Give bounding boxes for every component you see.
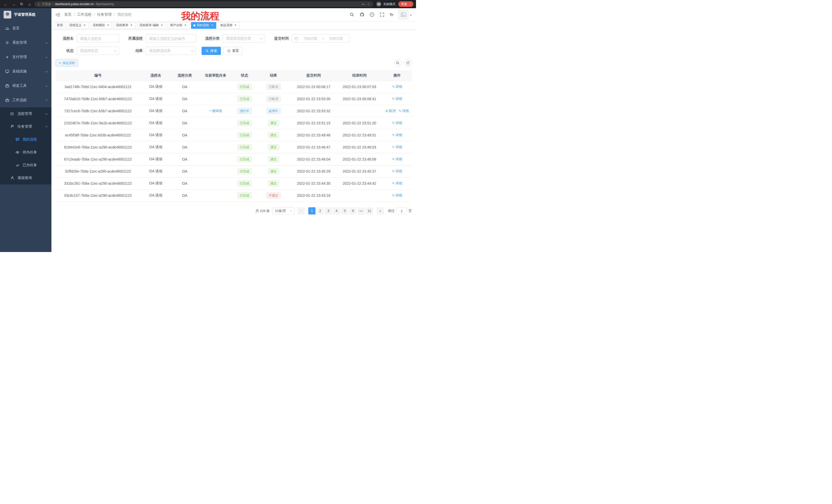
date-range-picker[interactable]: 开始日期 - 结束日期 (292, 34, 350, 43)
security-label[interactable]: 不安全 (42, 2, 51, 6)
address-bar[interactable]: 不安全 dashboard.yudao.iocoder.cn/bpm/task/… (34, 1, 373, 7)
tab-item-1[interactable]: 流程定义 (67, 22, 89, 29)
home-icon[interactable] (26, 1, 33, 7)
page-button-4[interactable]: 4 (333, 207, 340, 215)
status-select[interactable]: 请选择状态 (77, 47, 119, 55)
detail-link[interactable]: 详情 (392, 181, 402, 185)
cancel-link[interactable]: 取消 (385, 109, 395, 113)
detail-link[interactable]: 详情 (399, 109, 409, 113)
cell-current-task (198, 177, 233, 189)
detail-link[interactable]: 详情 (392, 157, 402, 161)
sidebar-item-label: 我的流程 (23, 137, 37, 142)
not-secure-warning-icon[interactable] (37, 2, 40, 6)
refresh-button[interactable] (404, 59, 412, 67)
tab-item-7[interactable]: 发起流程 (218, 22, 240, 29)
close-icon[interactable] (106, 24, 110, 27)
close-icon[interactable] (130, 24, 133, 27)
close-icon[interactable] (210, 24, 214, 27)
next-page-button[interactable] (377, 207, 384, 215)
sidebar-item-infrastructure[interactable]: 基础设施 (0, 64, 51, 79)
fullscreen-icon[interactable] (380, 12, 384, 17)
start-date-placeholder[interactable]: 开始日期 (300, 36, 321, 41)
current-task-link[interactable]: 一级审批 (209, 109, 223, 113)
pager-more[interactable]: ••• (358, 207, 365, 215)
sidebar-item-todo-tasks[interactable]: 待办任务 (0, 146, 51, 159)
search-button[interactable]: 搜索 (202, 47, 221, 55)
tab-item-5[interactable]: 用户分组 (167, 22, 189, 29)
detail-link[interactable]: 详情 (392, 133, 402, 137)
detail-link[interactable]: 详情 (392, 193, 402, 197)
breadcrumb-item[interactable]: 工作流程 (77, 12, 92, 17)
github-icon[interactable] (360, 12, 364, 17)
breadcrumb-item[interactable]: 首页 (64, 12, 72, 17)
close-icon[interactable] (234, 24, 237, 27)
help-icon[interactable]: ? (370, 12, 374, 17)
jump-page-input[interactable] (396, 207, 407, 215)
active-tab-dot (193, 24, 196, 26)
sidebar-item-my-process[interactable]: 我的流程 (0, 133, 51, 146)
detail-link[interactable]: 详情 (392, 169, 402, 173)
page-button-3[interactable]: 3 (325, 207, 332, 215)
sidebar-item-leave-query[interactable]: 请假查询 (0, 172, 51, 185)
cell-end-time: 2022-01-22 23:46:53 (337, 141, 382, 153)
page-button-6[interactable]: 6 (349, 207, 357, 215)
user-menu[interactable] (398, 10, 412, 20)
prev-page-button[interactable] (297, 207, 305, 215)
sidebar-item-home[interactable]: 首页 (0, 21, 51, 35)
breadcrumb-item[interactable]: 任务管理 (97, 12, 111, 17)
process-definition-input[interactable] (146, 34, 196, 43)
password-key-icon[interactable] (362, 3, 365, 6)
back-icon[interactable] (3, 1, 9, 7)
cell-id: 67c2eaab-7b9a-11ec-a290-acde48001122 (55, 153, 140, 165)
tab-item-0[interactable]: 首页 (54, 22, 65, 29)
reload-icon[interactable] (19, 1, 25, 7)
sidebar-item-process-management[interactable]: 流程管理 (0, 107, 51, 120)
sidebar-item-dev-tools[interactable]: 研发工具 (0, 79, 51, 93)
sidebar-item-system[interactable]: 系统管理 (0, 35, 51, 50)
end-date-placeholder[interactable]: 结束日期 (326, 36, 347, 41)
close-icon[interactable] (160, 24, 164, 27)
forward-icon[interactable] (10, 1, 17, 7)
search-icon[interactable] (350, 12, 354, 17)
sidebar-item-done-tasks[interactable]: 已办任务 (0, 159, 51, 172)
detail-link[interactable]: 详情 (392, 97, 402, 101)
page-button-2[interactable]: 2 (316, 207, 324, 215)
category-select[interactable]: 请选择流程分类 (223, 34, 265, 43)
bookmark-star-icon[interactable] (367, 2, 370, 6)
pager-pages: 123456•••11 (308, 207, 373, 215)
page-button-1[interactable]: 1 (308, 207, 315, 215)
cell-id: 03c6c157-7b9a-11ec-a290-acde48001122 (55, 189, 140, 201)
reset-button[interactable]: 重置 (224, 47, 243, 55)
create-process-button[interactable]: 发起流程 (55, 59, 78, 66)
process-name-input[interactable] (77, 34, 119, 43)
result-badge: 已取消 (266, 96, 281, 102)
cell-category: OA (171, 177, 198, 189)
table-row: 7317cec6-7b9b-11ec-b5b7-acde48001122OA 请… (55, 105, 412, 117)
avatar (398, 10, 408, 20)
update-button[interactable]: 更新 (398, 1, 413, 7)
tab-item-2[interactable]: 流程模型 (90, 22, 112, 29)
chevron-down-icon (45, 112, 48, 115)
hamburger-icon[interactable] (51, 8, 64, 21)
tab-item-4[interactable]: 流程表单-编辑 (137, 22, 166, 29)
detail-link[interactable]: 详情 (392, 121, 402, 125)
page-button-5[interactable]: 5 (341, 207, 348, 215)
detail-link[interactable]: 详情 (392, 85, 402, 89)
filter-row-1: 流程名 所属流程 流程分类 请选择流程分类 提交时间 (55, 34, 412, 43)
detail-link[interactable]: 详情 (392, 145, 402, 149)
page-button-11[interactable]: 11 (366, 207, 373, 215)
sidebar-item-workflow[interactable]: 工作流程 (0, 93, 51, 107)
close-icon[interactable] (184, 24, 187, 27)
result-select[interactable]: 请选择流结果 (146, 47, 196, 55)
page-size-select[interactable]: 10条/页 (272, 207, 294, 215)
browser-menu-kebab-icon[interactable] (409, 2, 412, 6)
sidebar-item-task-management[interactable]: 任务管理 (0, 120, 51, 133)
app-logo[interactable]: 芋道管理系统 (0, 8, 51, 21)
tab-item-6[interactable]: 我的流程 (191, 22, 216, 29)
sidebar-item-payment[interactable]: ¥ 支付管理 (0, 50, 51, 64)
tab-item-3[interactable]: 流程表单 (114, 22, 135, 29)
close-icon[interactable] (83, 24, 86, 27)
font-size-icon[interactable]: TT (390, 12, 393, 17)
status-badge: 已完成 (237, 96, 252, 102)
toggle-search-button[interactable] (394, 59, 401, 67)
